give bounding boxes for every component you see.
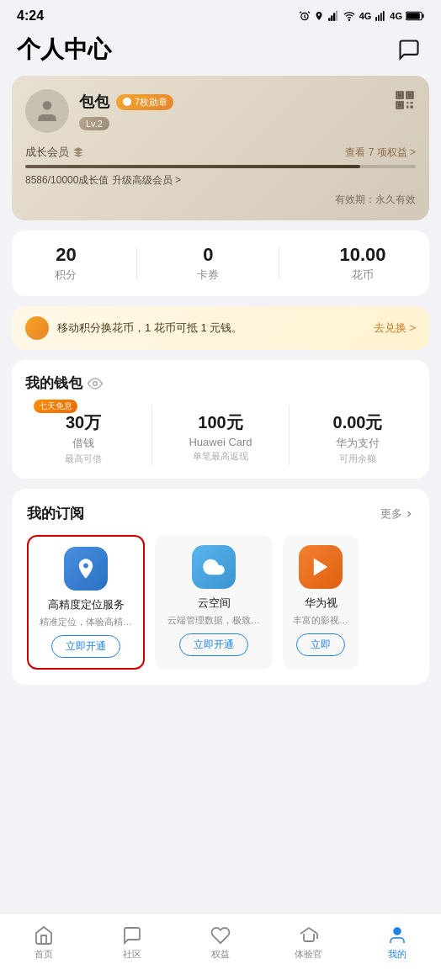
- svg-rect-19: [408, 93, 411, 96]
- video-service-btn[interactable]: 立即: [296, 633, 345, 656]
- profile-card: 包包 7枚勋章 Lv.2 成长会员 查看 7 项权益 > 8586/10000成…: [12, 76, 429, 220]
- subscription-items: 高精度定位服务 精准定位，体验高精… 立即开通 云空间 云端管理数据，极致… 立…: [27, 535, 414, 670]
- subscription-item-video[interactable]: 华为视 丰富的影视… 立即: [283, 535, 359, 670]
- wallet-items: 七天免息 30万 借钱 最高可借 100元 Huawei Card 单笔最高返现…: [25, 405, 416, 465]
- nav-experience-label: 体验官: [295, 948, 322, 961]
- page-title: 个人中心: [17, 34, 111, 66]
- map-pin-icon: [74, 557, 98, 580]
- message-button[interactable]: [394, 34, 424, 65]
- cloud-service-btn[interactable]: 立即开通: [179, 633, 248, 656]
- banner-card[interactable]: 移动积分换花币，1 花币可抵 1 元钱。 去兑换 >: [12, 306, 429, 350]
- wifi-icon: [343, 10, 356, 22]
- location-service-name: 高精度定位服务: [35, 597, 136, 612]
- card-desc: 单笔最高返现: [162, 450, 279, 463]
- location-service-btn[interactable]: 立即开通: [51, 635, 120, 658]
- interest-free-badge: 七天免息: [34, 400, 77, 413]
- nav-community-label: 社区: [123, 948, 141, 961]
- banner-icon: [25, 316, 49, 340]
- avatar: [25, 89, 69, 133]
- svg-rect-2: [331, 15, 332, 20]
- wallet-item-card[interactable]: 100元 Huawei Card 单笔最高返现: [162, 405, 279, 465]
- member-row: 成长会员 查看 7 项权益 >: [25, 145, 416, 160]
- location-icon: [314, 10, 324, 22]
- validity-row: 有效期：永久有效: [25, 191, 416, 207]
- profile-top: 包包 7枚勋章 Lv.2: [25, 89, 416, 133]
- pay-amount: 0.00元: [300, 411, 416, 434]
- plus-icon: [30, 321, 44, 335]
- subscription-title: 我的订阅: [27, 504, 84, 523]
- qr-button[interactable]: [394, 89, 416, 116]
- wallet-header: 我的钱包: [25, 373, 416, 393]
- svg-rect-11: [422, 14, 424, 19]
- nav-profile[interactable]: 我的: [353, 914, 441, 972]
- qr-icon: [394, 89, 416, 111]
- status-time: 4:24: [17, 8, 44, 24]
- wallet-item-borrow[interactable]: 七天免息 30万 借钱 最高可借: [25, 405, 141, 465]
- progress-text[interactable]: 8586/10000成长值 升级高级会员 >: [25, 173, 416, 188]
- svg-point-21: [93, 381, 98, 385]
- stat-coins[interactable]: 10.00 花币: [339, 244, 385, 283]
- coins-label: 花币: [339, 268, 385, 283]
- avatar-icon: [34, 98, 61, 124]
- points-value: 20: [55, 244, 77, 266]
- status-bar: 4:24 4G 4G: [0, 0, 441, 27]
- profile-name: 包包: [79, 92, 109, 112]
- more-button[interactable]: 更多: [380, 506, 414, 522]
- pay-desc: 可用余额: [300, 453, 416, 465]
- svg-rect-6: [375, 17, 377, 21]
- nav-benefits-label: 权益: [211, 948, 230, 961]
- nav-profile-label: 我的: [388, 948, 406, 961]
- alarm-icon: [299, 10, 311, 22]
- svg-rect-12: [406, 13, 420, 19]
- member-label: 成长会员: [25, 145, 84, 160]
- validity-text: 有效期：永久有效: [335, 193, 416, 205]
- borrow-desc: 最高可借: [25, 453, 141, 465]
- experience-icon: [299, 925, 319, 946]
- subscription-item-cloud[interactable]: 云空间 云端管理数据，极致… 立即开通: [155, 535, 273, 670]
- coupons-label: 卡券: [197, 268, 219, 283]
- pay-name: 华为支付: [300, 436, 416, 451]
- coins-value: 10.00: [339, 244, 385, 266]
- benefits-link[interactable]: 查看 7 项权益 >: [345, 146, 416, 160]
- cloud-service-name: 云空间: [162, 596, 266, 611]
- home-icon: [34, 925, 54, 946]
- coupons-value: 0: [197, 244, 219, 266]
- bottom-spacer: [0, 695, 441, 771]
- nav-experience[interactable]: 体验官: [264, 914, 353, 972]
- points-label: 积分: [55, 268, 77, 283]
- medal-icon: [122, 97, 132, 107]
- banner-text: 移动积分换花币，1 花币可抵 1 元钱。: [57, 320, 365, 336]
- svg-rect-4: [336, 11, 337, 21]
- svg-rect-1: [328, 18, 330, 21]
- svg-point-14: [123, 98, 131, 106]
- card-amount: 100元: [162, 411, 279, 434]
- svg-rect-9: [383, 11, 385, 21]
- wallet-divider-1: [151, 405, 152, 465]
- cloud-icon: [192, 545, 236, 589]
- network-4g-1: 4G: [359, 11, 372, 21]
- wallet-item-pay[interactable]: 0.00元 华为支付 可用余额: [300, 405, 416, 465]
- subscription-card: 我的订阅 更多 高精度定位服务 精准定位，体验高精… 立即开通 云空间: [12, 489, 429, 685]
- play-icon: [309, 555, 332, 579]
- progress-bar-bg: [25, 165, 416, 168]
- card-name: Huawei Card: [162, 436, 279, 448]
- svg-rect-3: [333, 13, 335, 21]
- level-badge: Lv.2: [79, 117, 109, 130]
- svg-point-13: [43, 101, 52, 110]
- nav-community[interactable]: 社区: [88, 914, 177, 972]
- banner-exchange-link[interactable]: 去兑换 >: [374, 320, 416, 336]
- network-4g-2: 4G: [390, 11, 402, 21]
- subscription-item-location[interactable]: 高精度定位服务 精准定位，体验高精… 立即开通: [27, 535, 145, 670]
- stat-points[interactable]: 20 积分: [55, 244, 77, 283]
- stats-card: 20 积分 0 卡券 10.00 花币: [12, 230, 429, 296]
- video-service-name: 华为视: [290, 596, 352, 611]
- profile-icon: [387, 925, 407, 946]
- nav-benefits[interactable]: 权益: [177, 914, 265, 972]
- message-icon: [397, 38, 421, 61]
- subscription-header: 我的订阅 更多: [27, 504, 414, 523]
- profile-name-row: 包包 7枚勋章: [79, 92, 416, 112]
- stat-coupons[interactable]: 0 卡券: [197, 244, 219, 283]
- nav-home[interactable]: 首页: [0, 914, 88, 972]
- location-service-desc: 精准定位，体验高精…: [35, 616, 136, 628]
- eye-icon[interactable]: [88, 376, 103, 391]
